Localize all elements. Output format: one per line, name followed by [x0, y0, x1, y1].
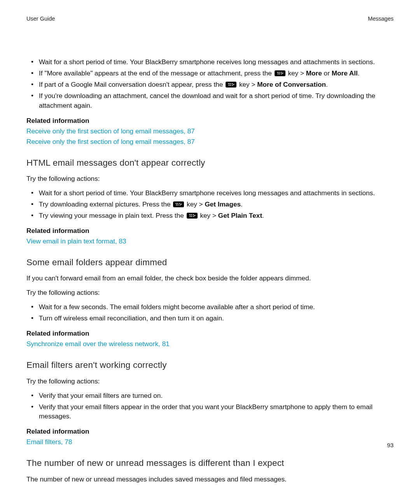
- svg-point-21: [189, 214, 191, 215]
- blackberry-key-icon: [226, 82, 236, 88]
- intro-text: Try the following actions:: [26, 174, 394, 184]
- svg-point-27: [194, 215, 196, 216]
- bullet-list: Wait for a short period of time. Your Bl…: [26, 57, 394, 110]
- related-link[interactable]: Receive only the first section of long e…: [26, 137, 394, 147]
- list-item: Try downloading external pictures. Press…: [26, 200, 394, 209]
- svg-point-0: [277, 72, 278, 73]
- text-fragment: key >: [286, 69, 306, 77]
- svg-point-13: [233, 84, 234, 85]
- list-item: Try viewing your message in plain text. …: [26, 211, 394, 220]
- header-left: User Guide: [26, 15, 55, 23]
- svg-point-2: [277, 73, 279, 74]
- blackberry-key-icon: [187, 213, 198, 219]
- bold-text: More of Conversation: [257, 80, 326, 88]
- svg-point-10: [230, 84, 231, 86]
- svg-point-7: [228, 83, 229, 84]
- related-information-label: Related information: [26, 427, 394, 436]
- bold-text: More All: [332, 69, 358, 77]
- bold-text: More: [306, 69, 322, 77]
- section-heading-html-email: HTML email messages don't appear correct…: [26, 157, 394, 170]
- text-fragment: key >: [185, 200, 205, 208]
- body-text: The number of new or unread messages inc…: [26, 474, 394, 484]
- related-link[interactable]: Synchronize email over the wireless netw…: [26, 339, 394, 349]
- svg-point-22: [191, 214, 192, 215]
- bullet-list: Wait for a few seconds. The email folder…: [26, 302, 394, 323]
- text-fragment: Try viewing your message in plain text. …: [39, 212, 186, 219]
- text-fragment: If part of a Google Mail conversation do…: [39, 80, 225, 88]
- svg-point-1: [278, 72, 280, 73]
- svg-point-14: [175, 203, 177, 204]
- text-fragment: If "More available" appears at the end o…: [39, 69, 274, 77]
- text-fragment: Try downloading external pictures. Press…: [39, 200, 172, 208]
- section-heading-unread-count: The number of new or unread messages is …: [26, 457, 394, 470]
- related-link[interactable]: Email filters, 78: [26, 437, 394, 447]
- section-heading-folders-dimmed: Some email folders appear dimmed: [26, 256, 394, 269]
- body-text: If you can't forward email from an email…: [26, 273, 394, 283]
- page-content: Wait for a short period of time. Your Bl…: [26, 57, 394, 484]
- page-header: User Guide Messages: [26, 15, 394, 23]
- text-fragment: key >: [198, 212, 218, 219]
- text-fragment: or: [322, 69, 332, 77]
- svg-point-11: [231, 83, 233, 84]
- svg-point-6: [282, 72, 284, 74]
- related-information-label: Related information: [26, 116, 394, 126]
- bold-text: Get Images: [205, 200, 241, 208]
- related-information-label: Related information: [26, 329, 394, 338]
- svg-point-5: [281, 73, 282, 74]
- list-item: If you're downloading an attachment, can…: [26, 91, 394, 110]
- svg-point-12: [232, 84, 233, 86]
- document-page: User Guide Messages Wait for a short per…: [0, 0, 420, 504]
- intro-text: Try the following actions:: [26, 288, 394, 298]
- text-fragment: .: [326, 80, 328, 88]
- text-fragment: key >: [237, 80, 257, 88]
- svg-point-20: [180, 203, 182, 205]
- list-item: If part of a Google Mail conversation do…: [26, 80, 394, 89]
- text-fragment: .: [262, 212, 264, 219]
- header-right: Messages: [368, 15, 394, 23]
- svg-point-23: [189, 215, 191, 217]
- blackberry-key-icon: [173, 201, 184, 207]
- list-item: If "More available" appears at the end o…: [26, 68, 394, 78]
- svg-point-19: [179, 204, 181, 205]
- list-item: Wait for a short period of time. Your Bl…: [26, 188, 394, 198]
- list-item: Verify that your email filters appear in…: [26, 402, 394, 422]
- svg-point-4: [280, 72, 282, 73]
- svg-point-18: [179, 203, 180, 204]
- list-item: Wait for a short period of time. Your Bl…: [26, 57, 394, 67]
- svg-point-25: [192, 214, 194, 215]
- section-heading-email-filters: Email filters aren't working correctly: [26, 359, 394, 372]
- list-item: Verify that your email filters are turne…: [26, 391, 394, 401]
- intro-text: Try the following actions:: [26, 376, 394, 386]
- related-information-label: Related information: [26, 226, 394, 236]
- bullet-list: Wait for a short period of time. Your Bl…: [26, 188, 394, 220]
- svg-point-26: [193, 215, 194, 217]
- text-fragment: .: [358, 69, 360, 77]
- svg-point-9: [228, 84, 230, 86]
- related-link[interactable]: View email in plain text format, 83: [26, 236, 394, 246]
- text-fragment: .: [241, 200, 243, 208]
- svg-point-3: [279, 73, 280, 74]
- svg-point-8: [229, 83, 231, 84]
- svg-point-16: [176, 204, 177, 205]
- svg-point-15: [177, 203, 178, 204]
- svg-point-24: [191, 215, 192, 217]
- list-item: Wait for a few seconds. The email folder…: [26, 302, 394, 312]
- page-number: 93: [387, 441, 394, 450]
- svg-point-17: [177, 204, 179, 205]
- list-item: Turn off wireless email reconciliation, …: [26, 313, 394, 323]
- bullet-list: Verify that your email filters are turne…: [26, 391, 394, 422]
- bold-text: Get Plain Text: [218, 212, 262, 219]
- related-link[interactable]: Receive only the first section of long e…: [26, 126, 394, 136]
- blackberry-key-icon: [275, 70, 285, 76]
